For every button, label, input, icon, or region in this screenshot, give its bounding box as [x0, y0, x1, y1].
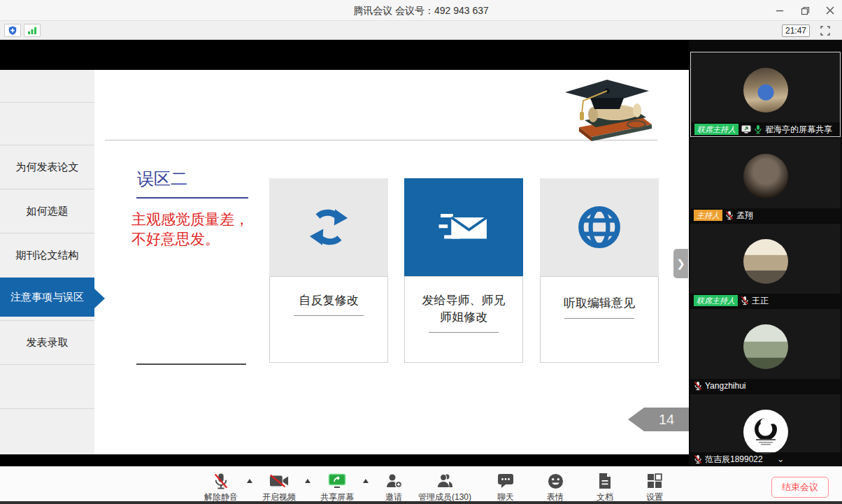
mic-on-icon [754, 124, 762, 134]
refresh-arrows-icon [305, 206, 352, 249]
slide-nav-item[interactable]: 为何发表论文 [0, 145, 94, 189]
slide-card-send-to-mentor: 发给导师、师兄师姐修改 [404, 178, 523, 363]
chat-icon [497, 473, 514, 489]
slide-title-underline [136, 197, 248, 199]
graduation-cap-image [558, 73, 657, 145]
meeting-window: 腾讯会议 会议号：492 943 637 21:47 [0, 0, 842, 504]
close-icon [826, 6, 834, 15]
flag-tip [628, 408, 644, 431]
meeting-timer: 21:47 [782, 24, 810, 37]
participant-name-bar: Yangzhihui [690, 379, 841, 393]
avatar [743, 239, 788, 284]
participant-name-bar: 联席主持人 翟海亭的屏幕共享 [691, 122, 840, 136]
meeting-toolbar: 解除静音 开启视频 共享屏幕 邀请 管理成员(130) [0, 466, 842, 504]
participant-name: Yangzhihui [705, 381, 746, 391]
college-logo-icon [746, 412, 785, 452]
signal-bars-icon [27, 26, 37, 35]
participant-name: 王正 [752, 295, 769, 307]
window-title: 腾讯会议 会议号：492 943 637 [0, 0, 842, 21]
participant-name: 孟翔 [736, 210, 753, 222]
envelope-send-icon [437, 208, 490, 246]
window-bottom-edge [0, 501, 842, 504]
emoji-button[interactable]: 表情 [540, 469, 571, 503]
slide-nav-item[interactable]: 如何选题 [0, 189, 94, 233]
mic-muted-icon [725, 210, 734, 220]
participant-tile[interactable]: 联席主持人 王正 [690, 224, 841, 308]
start-video-button[interactable]: 开启视频 [262, 469, 296, 503]
settings-button[interactable]: 设置 [639, 469, 670, 503]
avatar [743, 68, 788, 113]
toolbar-buttons: 解除静音 开启视频 共享屏幕 邀请 管理成员(130) [204, 469, 670, 503]
slide-section-title: 误区二 [137, 168, 187, 190]
avatar [743, 154, 788, 199]
slide-body-text: 主观感觉质量差，不好意思发。 [131, 210, 249, 249]
invite-icon [385, 473, 402, 489]
slide-nav-item[interactable]: 发表录取 [0, 321, 94, 364]
restore-icon [801, 6, 810, 15]
slide-nav-item-active[interactable]: 注意事项与误区 [0, 278, 94, 317]
fullscreen-button[interactable] [818, 24, 832, 37]
minimize-button[interactable] [772, 3, 787, 18]
nav-divider [0, 408, 94, 409]
share-screen-button[interactable]: 共享屏幕 [320, 469, 354, 503]
settings-icon [647, 473, 662, 489]
docs-button[interactable]: 文档 [590, 469, 620, 503]
mic-options-caret[interactable] [247, 469, 253, 483]
restore-button[interactable] [797, 3, 813, 18]
mic-muted-icon [694, 454, 702, 464]
card-rule [294, 315, 364, 316]
cohost-badge: 联席主持人 [694, 124, 738, 135]
end-meeting-button[interactable]: 结束会议 [771, 477, 829, 498]
scroll-more-chevron-icon[interactable]: ⌄ [777, 455, 785, 463]
nav-item-label: 注意事项与误区 [10, 291, 84, 304]
chat-button[interactable]: 聊天 [490, 469, 521, 503]
screen-share-icon [741, 125, 751, 134]
nav-item-label: 为何发表论文 [16, 161, 79, 174]
camera-off-icon [269, 474, 289, 488]
unmute-button[interactable]: 解除静音 [204, 469, 238, 503]
participant-tile[interactable]: Yangzhihui [690, 309, 841, 393]
participant-tile-sharing[interactable]: 联席主持人 翟海亭的屏幕共享 [690, 52, 841, 137]
card-title: 自反复修改 [283, 292, 374, 309]
slide-card-editor-feedback: 听取编辑意见 [540, 178, 659, 363]
card-title: 听取编辑意见 [554, 295, 645, 312]
close-button[interactable] [822, 3, 838, 18]
participants-sidebar: 联席主持人 翟海亭的屏幕共享 主持人 孟翔 联席主持人 王正 [689, 40, 842, 466]
nav-item-label: 期刊论文结构 [16, 249, 79, 262]
share-screen-icon [328, 473, 346, 489]
members-icon [436, 473, 454, 489]
participant-tile[interactable]: 范吉辰1899022 ⌄ [690, 394, 841, 466]
manage-members-button[interactable]: 管理成员(130) [418, 469, 471, 503]
slide-card-self-revise: 自反复修改 [269, 178, 388, 363]
sidebar-expand-button[interactable]: ❯ [673, 249, 688, 278]
participant-name: 范吉辰1899022 [705, 454, 763, 466]
invite-button[interactable]: 邀请 [378, 469, 409, 503]
nav-divider [0, 364, 94, 365]
participant-name-bar: 范吉辰1899022 ⌄ [690, 452, 841, 466]
participant-name-bar: 联席主持人 王正 [690, 294, 841, 308]
nav-item-label: 发表录取 [27, 336, 69, 350]
avatar [743, 324, 788, 369]
status-bar: 21:47 [0, 21, 842, 40]
slide-nav-item[interactable]: 期刊论文结构 [0, 233, 94, 277]
video-options-caret[interactable] [305, 469, 311, 483]
mic-muted-icon [694, 381, 702, 391]
share-options-caret[interactable] [363, 469, 369, 483]
nav-divider [0, 102, 94, 103]
shield-icon [8, 25, 17, 36]
mic-muted-icon [741, 296, 749, 305]
fullscreen-icon [820, 26, 830, 36]
emoji-icon [548, 473, 564, 489]
meeting-security-button[interactable] [4, 24, 21, 37]
participant-tile[interactable]: 主持人 孟翔 [690, 138, 841, 222]
window-controls [772, 0, 838, 21]
participant-name: 翟海亭的屏幕共享 [765, 124, 832, 136]
card-rule [564, 318, 634, 319]
page-number: 14 [644, 408, 689, 431]
active-nav-pointer [94, 289, 105, 308]
avatar-college-logo [743, 410, 788, 454]
participant-name-bar: 主持人 孟翔 [690, 208, 841, 222]
document-icon [598, 473, 612, 489]
host-badge: 主持人 [694, 210, 722, 221]
network-status-button[interactable] [24, 24, 41, 37]
